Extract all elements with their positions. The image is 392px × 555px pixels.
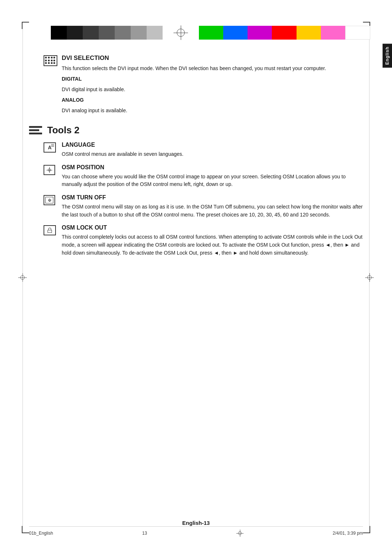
gray-block-6 (131, 26, 147, 40)
color-pink (321, 26, 345, 40)
osm-position-section: OSM POSITION You can choose where you wo… (44, 164, 363, 189)
osm-lockout-icon-cell (44, 224, 62, 257)
osm-position-icon-cell (44, 164, 62, 189)
osm-turnoff-section: ⏻ OSM TURN OFF The OSM control menu will… (44, 194, 363, 219)
tools-line-2 (29, 129, 39, 131)
color-blue (223, 26, 248, 40)
lang-lines (51, 144, 54, 147)
language-heading: LANGUAGE (62, 142, 183, 148)
lock-symbol (48, 228, 52, 233)
tools-line-3 (29, 133, 42, 134)
tools-line-1 (29, 126, 42, 128)
tools2-icon (29, 126, 42, 134)
dvi-dot (53, 62, 55, 64)
lang-line (51, 145, 54, 146)
tools2-title: Tools 2 (47, 125, 79, 136)
analog-heading: ANALOG (62, 96, 326, 104)
dvi-dot (45, 62, 47, 64)
dvi-dot (45, 57, 47, 58)
dvi-dot (51, 60, 53, 61)
page-number: English-13 (0, 520, 392, 526)
lang-line (51, 146, 54, 147)
footer-crosshair (236, 530, 244, 537)
gray-block-1 (51, 26, 67, 40)
language-section: LANGUAGE OSM control menus are available… (44, 142, 363, 158)
osm-turnoff-heading: OSM TURN OFF (62, 194, 363, 201)
osm-turnoff-icon: ⏻ (44, 195, 55, 205)
osm-cross-circle (48, 169, 51, 171)
ch-right (365, 273, 374, 282)
dvi-selection-section: DVI SELECTION This function selects the … (44, 54, 363, 117)
color-red (272, 26, 296, 40)
dvi-dot (53, 60, 55, 61)
osm-position-icon (44, 165, 55, 175)
color-white (345, 26, 370, 40)
dvi-dot (48, 60, 50, 61)
color-bar (199, 26, 370, 40)
crosshair-left (18, 273, 27, 282)
dvi-dot (48, 57, 50, 58)
digital-heading: DIGITAL (62, 75, 326, 83)
top-bar (0, 22, 392, 44)
analog-text: DVI analog input is available. (62, 107, 326, 114)
grayscale-bar (51, 26, 163, 40)
ch-left (18, 273, 27, 282)
footer-center: 13 (142, 531, 147, 536)
footer-crosshair-circle (238, 531, 242, 535)
footer: 01b_English 13 2/4/01, 3:39 pm (29, 526, 363, 537)
corner-mark-bl (22, 526, 29, 533)
footer-left: 01b_English (29, 531, 53, 536)
top-crosshair (173, 25, 188, 40)
osm-crosshair (46, 167, 52, 173)
osm-turnoff-description: The OSM control menu will stay on as lon… (62, 203, 363, 219)
osm-lockout-icon (44, 225, 56, 235)
language-body: LANGUAGE OSM control menus are available… (62, 142, 183, 158)
dvi-section-content: DVI SELECTION This function selects the … (62, 54, 326, 117)
dvi-heading: DVI SELECTION (62, 54, 326, 62)
corner-mark-br (363, 526, 370, 533)
language-icon-cell (44, 142, 62, 158)
crosshair-right (365, 273, 374, 282)
tools2-header: Tools 2 (29, 125, 363, 136)
dvi-dot (51, 57, 53, 58)
crosshair-circle (177, 29, 185, 37)
english-tab: English (383, 44, 392, 68)
footer-right: 2/4/01, 3:39 pm (333, 531, 363, 536)
osm-position-body: OSM POSITION You can choose where you wo… (62, 164, 363, 189)
gray-block-3 (83, 26, 99, 40)
osm-off-inner: ⏻ (45, 197, 53, 203)
color-green (199, 26, 223, 40)
osm-lockout-description: This control completely locks out access… (62, 233, 363, 257)
language-description: OSM control menus are available in seven… (62, 150, 183, 158)
dvi-dot (48, 62, 50, 64)
dvi-dot (45, 60, 47, 61)
ch-circle-right (367, 275, 372, 280)
dvi-dot (51, 62, 53, 64)
color-yellow (297, 26, 321, 40)
digital-text: DVI digital input is available. (62, 86, 326, 93)
lang-line (51, 144, 54, 145)
osm-position-heading: OSM POSITION (62, 164, 363, 171)
gray-block-7 (147, 26, 163, 40)
color-magenta (248, 26, 272, 40)
ch-circle-left (20, 275, 25, 280)
osm-lockout-body: OSM LOCK OUT This control completely loc… (62, 224, 363, 257)
gray-block-5 (115, 26, 131, 40)
dvi-icon (44, 55, 57, 66)
dvi-dot (53, 57, 55, 58)
gray-block-2 (67, 26, 83, 40)
lock-bottom (48, 230, 52, 233)
page-number-text: English-13 (182, 520, 210, 526)
dvi-description: This function selects the DVI input mode… (62, 65, 326, 72)
osm-turnoff-body: OSM TURN OFF The OSM control menu will s… (62, 194, 363, 219)
osm-lockout-heading: OSM LOCK OUT (62, 224, 363, 231)
gray-block-4 (99, 26, 115, 40)
dvi-icon-cell (44, 54, 62, 117)
main-content: DVI SELECTION This function selects the … (44, 54, 363, 511)
osm-lockout-section: OSM LOCK OUT This control completely loc… (44, 224, 363, 257)
osm-position-description: You can choose where you would like the … (62, 173, 363, 189)
osm-turnoff-icon-cell: ⏻ (44, 194, 62, 219)
language-icon (44, 142, 56, 153)
